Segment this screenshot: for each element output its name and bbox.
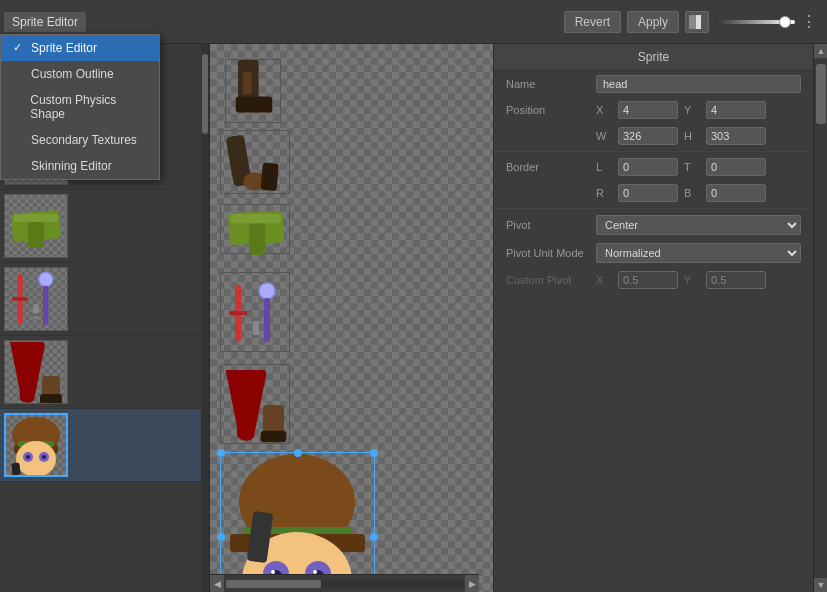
handle-tr[interactable] xyxy=(370,449,378,457)
scroll-up-button[interactable]: ▲ xyxy=(814,44,827,58)
svg-rect-43 xyxy=(251,317,261,321)
svg-point-40 xyxy=(259,283,275,299)
dropdown-item-custom-physics[interactable]: Custom Physics Shape xyxy=(1,87,159,127)
pivot-unit-select[interactable]: Pixels Normalized xyxy=(596,243,801,263)
apply-button[interactable]: Apply xyxy=(627,11,679,33)
pivot-unit-row: Pivot Unit Mode Pixels Normalized xyxy=(494,239,813,267)
bottom-scrollbar: ◀ ▶ xyxy=(210,574,479,592)
handle-tm[interactable] xyxy=(294,449,302,457)
right-scroll-thumb[interactable] xyxy=(816,64,826,124)
t-label: T xyxy=(684,161,700,173)
svg-rect-45 xyxy=(261,431,287,443)
border-b-input[interactable] xyxy=(706,184,766,202)
name-row: Name xyxy=(494,71,813,97)
sprite-thumb-4 xyxy=(4,267,68,331)
list-item[interactable] xyxy=(0,263,209,336)
revert-button[interactable]: Revert xyxy=(564,11,621,33)
list-item[interactable] xyxy=(0,190,209,263)
svg-rect-39 xyxy=(229,311,247,315)
name-label: Name xyxy=(506,78,596,90)
canvas-sprite-img-3 xyxy=(221,205,291,255)
svg-rect-11 xyxy=(14,214,58,222)
position-label: Position xyxy=(506,104,596,116)
x-label: X xyxy=(596,104,612,116)
divider-1 xyxy=(494,151,813,152)
svg-rect-30 xyxy=(236,97,273,113)
canvas-sprite-3[interactable] xyxy=(220,204,290,254)
canvas-area[interactable]: ◀ ▶ xyxy=(210,44,493,592)
left-scroll-thumb xyxy=(202,54,208,134)
svg-rect-41 xyxy=(264,298,270,342)
sprite-img-4 xyxy=(5,269,67,329)
handle-mr[interactable] xyxy=(370,533,378,541)
color-mode-button[interactable] xyxy=(685,11,709,33)
name-input-wrapper xyxy=(596,75,801,93)
canvas-sprite-2[interactable] xyxy=(220,130,290,194)
dropdown-item-secondary-textures[interactable]: Secondary Textures xyxy=(1,127,159,153)
scrollbar-thumb xyxy=(226,580,321,588)
border-r-input[interactable] xyxy=(618,184,678,202)
editor-title-button[interactable]: Sprite Editor xyxy=(4,12,86,32)
border-l-input[interactable] xyxy=(618,158,678,176)
svg-point-27 xyxy=(42,455,46,459)
svg-point-26 xyxy=(26,455,30,459)
more-options-button[interactable]: ⋮ xyxy=(801,12,817,31)
left-scrollbar[interactable] xyxy=(201,44,209,592)
pos-w-input[interactable] xyxy=(618,127,678,145)
border-label: Border xyxy=(506,161,596,173)
sprite-thumb-head xyxy=(4,413,68,477)
position-xy-group: X Y xyxy=(596,101,801,119)
pos-x-input[interactable] xyxy=(618,101,678,119)
svg-rect-19 xyxy=(40,394,62,404)
scrollbar-track[interactable] xyxy=(226,580,463,588)
check-icon-empty xyxy=(13,68,25,80)
position-wh-group: W H xyxy=(596,127,801,145)
scroll-left-button[interactable]: ◀ xyxy=(210,575,224,593)
svg-rect-34 xyxy=(261,162,279,191)
svg-rect-13 xyxy=(12,297,28,301)
check-icon: ✓ xyxy=(13,41,25,54)
pos-h-input[interactable] xyxy=(706,127,766,145)
canvas-sprite-1[interactable] xyxy=(225,59,281,123)
border-rb-group: R B xyxy=(596,184,801,202)
top-bar-right: Revert Apply ⋮ xyxy=(564,11,819,33)
brightness-thumb xyxy=(779,16,791,28)
dropdown-item-custom-outline[interactable]: Custom Outline xyxy=(1,61,159,87)
custom-pivot-x-input[interactable] xyxy=(618,271,678,289)
svg-rect-31 xyxy=(243,71,252,94)
handle-tl[interactable] xyxy=(217,449,225,457)
custom-pivot-row: Custom Pivot X Y xyxy=(494,267,813,293)
handle-ml[interactable] xyxy=(217,533,225,541)
border-lt-group: L T xyxy=(596,158,801,176)
border-rb-row: R B xyxy=(494,180,813,206)
sprite-img-3 xyxy=(8,204,64,248)
list-item[interactable] xyxy=(0,409,209,482)
sprite-thumb-5 xyxy=(4,340,68,404)
sprite-header: Sprite xyxy=(494,44,813,71)
check-icon-empty3 xyxy=(13,134,25,146)
brightness-control xyxy=(715,20,795,24)
canvas-sprite-head[interactable] xyxy=(220,452,375,592)
position-xy-row: Position X Y xyxy=(494,97,813,123)
canvas-sprite-img-1 xyxy=(226,60,282,124)
list-item[interactable] xyxy=(0,336,209,409)
canvas-sprite-5[interactable] xyxy=(220,364,290,444)
canvas-sprite-4[interactable] xyxy=(220,272,290,352)
dropdown-item-skinning-editor[interactable]: Skinning Editor xyxy=(1,153,159,179)
dropdown-item-sprite-editor[interactable]: ✓ Sprite Editor xyxy=(1,35,159,61)
svg-rect-2 xyxy=(701,15,705,29)
pivot-select[interactable]: Center Top LeftTopTop Right LeftRight Bo… xyxy=(596,215,801,235)
scroll-right-button[interactable]: ▶ xyxy=(465,575,479,593)
b-label: B xyxy=(684,187,700,199)
w-label: W xyxy=(596,130,612,142)
custom-pivot-y-input[interactable] xyxy=(706,271,766,289)
scroll-down-button[interactable]: ▼ xyxy=(814,578,827,592)
svg-rect-0 xyxy=(689,15,696,29)
svg-rect-15 xyxy=(43,286,48,325)
sprite-img-5 xyxy=(6,340,66,404)
color-icon xyxy=(689,15,705,29)
border-t-input[interactable] xyxy=(706,158,766,176)
name-input[interactable] xyxy=(596,75,801,93)
pos-y-input[interactable] xyxy=(706,101,766,119)
brightness-slider[interactable] xyxy=(715,20,795,24)
